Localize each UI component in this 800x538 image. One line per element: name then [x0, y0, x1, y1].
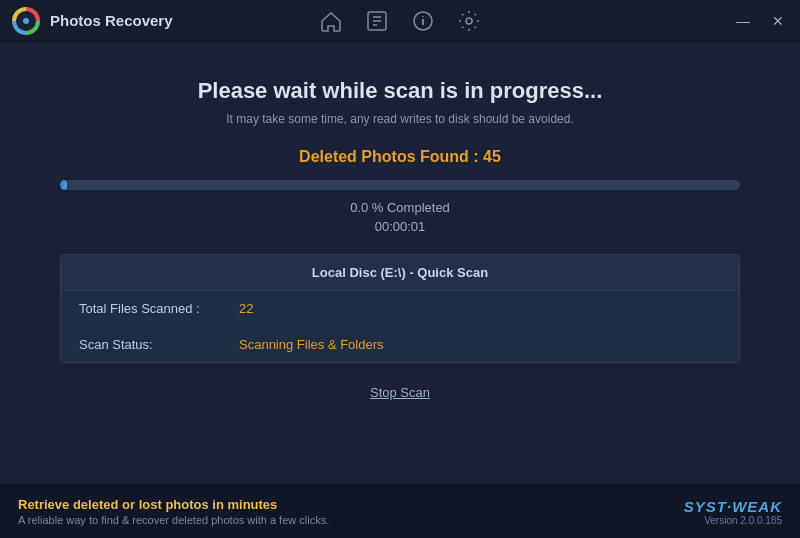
total-files-label: Total Files Scanned : [79, 301, 239, 316]
percent-text: 0.0 % Completed [350, 200, 450, 215]
scan-table-header: Local Disc (E:\) - Quick Scan [61, 255, 739, 291]
app-logo-icon [12, 7, 40, 35]
table-row: Total Files Scanned : 22 [61, 291, 739, 327]
footer-left: Retrieve deleted or lost photos in minut… [18, 497, 329, 526]
title-bar-right: — ✕ [732, 12, 788, 30]
deleted-photos-found: Deleted Photos Found : 45 [299, 148, 501, 166]
scan-heading: Please wait while scan is in progress... [198, 78, 603, 104]
footer: Retrieve deleted or lost photos in minut… [0, 484, 800, 538]
scan-subtext: It may take some time, any read writes t… [226, 112, 574, 126]
footer-sub: A reliable way to find & recover deleted… [18, 514, 329, 526]
table-row: Scan Status: Scanning Files & Folders [61, 327, 739, 362]
title-bar-left: Photos Recovery [12, 7, 173, 35]
minimize-button[interactable]: — [732, 12, 754, 30]
scan-table: Local Disc (E:\) - Quick Scan Total File… [60, 254, 740, 363]
stop-scan-button[interactable]: Stop Scan [360, 381, 440, 404]
settings-icon[interactable] [457, 9, 481, 33]
home-icon[interactable] [319, 9, 343, 33]
elapsed-time: 00:00:01 [375, 219, 426, 234]
total-files-value: 22 [239, 301, 253, 316]
deleted-label: Deleted Photos Found : [299, 148, 483, 165]
title-bar: Photos Recovery — ✕ [0, 0, 800, 42]
footer-logo: SYST·WEAK Version 2.0.0.185 [684, 498, 782, 526]
main-content: Please wait while scan is in progress...… [0, 42, 800, 424]
version-text: Version 2.0.0.185 [704, 515, 782, 526]
app-title: Photos Recovery [50, 12, 173, 29]
scan-status-label: Scan Status: [79, 337, 239, 352]
sys-text: SYS [684, 498, 717, 515]
svg-point-9 [422, 15, 424, 17]
scan-status-value: Scanning Files & Folders [239, 337, 384, 352]
progress-bar-container [60, 180, 740, 190]
tweak-text: T·WEAK [717, 498, 782, 515]
footer-tagline: Retrieve deleted or lost photos in minut… [18, 497, 329, 512]
nav-icons [319, 9, 481, 33]
systweak-brand: SYST·WEAK [684, 498, 782, 515]
info-icon[interactable] [411, 9, 435, 33]
progress-bar-fill [60, 180, 67, 190]
svg-point-2 [23, 18, 29, 24]
scan-list-icon[interactable] [365, 9, 389, 33]
close-button[interactable]: ✕ [768, 12, 788, 30]
deleted-count: 45 [483, 148, 501, 165]
svg-point-10 [466, 18, 472, 24]
